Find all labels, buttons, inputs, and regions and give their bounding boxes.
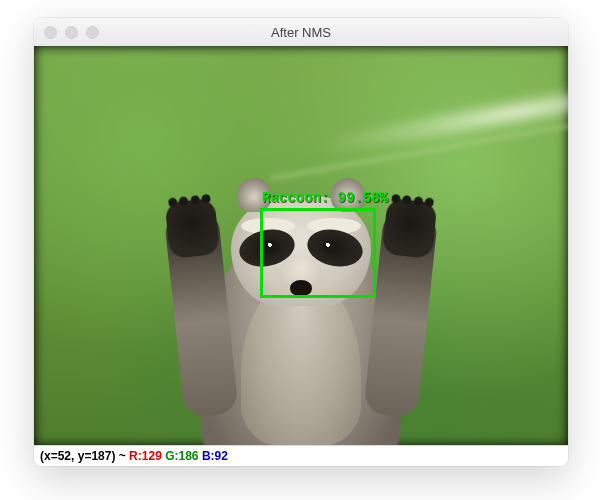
pixel-r-label: R:: [129, 446, 142, 466]
zoom-icon[interactable]: [86, 26, 99, 39]
cursor-x: 52: [58, 446, 71, 466]
cursor-y: 187: [91, 446, 111, 466]
detection-bounding-box: [260, 208, 376, 298]
pixel-b: 92: [215, 446, 228, 466]
coord-prefix: (x=: [40, 446, 58, 466]
pixel-b-label: B:: [202, 446, 215, 466]
app-window: After NMS Raccoon: 99: [34, 18, 568, 466]
traffic-lights: [34, 26, 99, 39]
pixel-g: 186: [179, 446, 199, 466]
close-icon[interactable]: [44, 26, 57, 39]
titlebar[interactable]: After NMS: [34, 18, 568, 47]
coord-mid: , y=: [71, 446, 91, 466]
coord-suffix: ) ~: [111, 446, 129, 466]
pixel-g-label: G:: [165, 446, 178, 466]
window-title: After NMS: [34, 25, 568, 40]
pixel-r: 129: [142, 446, 162, 466]
minimize-icon[interactable]: [65, 26, 78, 39]
detection-label: Raccoon: 99.58%: [262, 190, 388, 206]
image-viewport[interactable]: Raccoon: 99.58%: [34, 46, 568, 446]
status-bar: (x=52, y=187) ~ R:129 G:186 B:92: [34, 445, 568, 466]
